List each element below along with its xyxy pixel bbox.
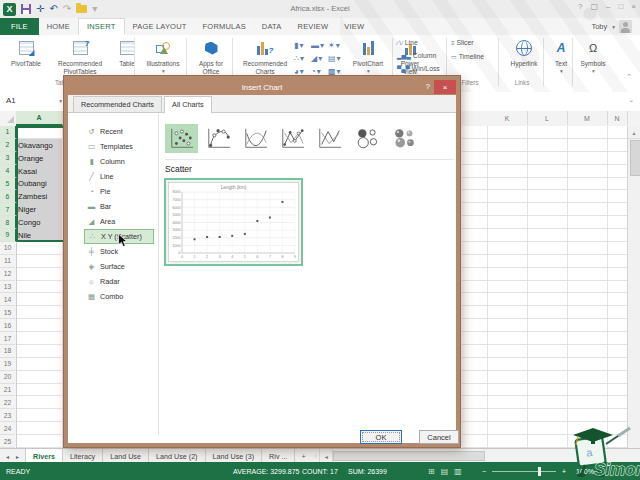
subtype-scatter-straight[interactable] [313,124,346,153]
sheet-tab-land-use-3-[interactable]: Land Use (3) [206,449,263,463]
row-header-19[interactable]: 19 [0,358,15,371]
dialog-nav-column[interactable]: ▮Column [84,154,154,169]
sheet-next-icon[interactable]: ▸ [16,453,19,460]
cancel-button[interactable]: Cancel [419,430,459,444]
zoom-slider[interactable] [492,471,556,472]
subtype-scatter-smooth[interactable] [239,124,272,153]
row-header-23[interactable]: 23 [0,409,15,422]
row-header-9[interactable]: 9 [0,229,17,242]
dialog-nav-line[interactable]: ╱Line [84,169,154,184]
sheet-tab-riv-[interactable]: Riv ... [262,449,295,463]
row-header-15[interactable]: 15 [0,306,15,319]
sheet-tab-literacy[interactable]: Literacy [63,449,103,463]
ribbon-tab-review[interactable]: REVIEW [290,18,337,35]
pivottable-button[interactable]: PivotTable [2,37,50,69]
row-header-3[interactable]: 3 [0,152,17,165]
avatar[interactable] [619,20,632,33]
recommended-pivottables-button[interactable]: ? Recommended PivotTables [50,37,110,76]
row-header-22[interactable]: 22 [0,396,15,409]
vertical-scrollbar[interactable]: ▴ [627,126,640,448]
dialog-nav-radar[interactable]: ☼Radar [84,274,154,289]
dialog-close-icon[interactable]: × [434,80,456,94]
stock-chart-button[interactable]: ▤▾ [328,52,344,65]
column-chart-button[interactable]: ▮▾ [294,39,310,52]
row-header-8[interactable]: 8 [0,216,17,229]
row-header-1[interactable]: 1 [0,126,17,139]
sheet-tab-rivers[interactable]: Rivers [25,449,63,463]
subtype-bubble[interactable] [350,124,383,153]
symbols-button[interactable]: Ω Symbols▾ [575,37,611,75]
row-header-20[interactable]: 20 [0,371,15,384]
subtype-scatter-straight-markers[interactable] [276,124,309,153]
page-layout-view-icon[interactable]: ▤ [441,467,449,476]
dialog-nav-combo[interactable]: ▦Combo [84,289,154,304]
sheet-tab-land-use[interactable]: Land Use [103,449,149,463]
hscroll-left-icon[interactable]: ◂ [319,449,333,463]
dialog-nav-surface[interactable]: ◈Surface [84,259,154,274]
row-header-10[interactable]: 10 [0,242,15,255]
formula-bar-expand-icon[interactable]: ⌄ [628,96,634,104]
dialog-nav-templates[interactable]: ▭Templates [84,139,154,154]
row-header-17[interactable]: 17 [0,332,15,345]
select-all-corner[interactable] [0,111,17,125]
row-header-4[interactable]: 4 [0,165,17,178]
help-icon[interactable]: ? [578,2,582,11]
row-header-13[interactable]: 13 [0,281,15,294]
sparkline-winloss-button[interactable]: ▀▄▀ Win/Loss [397,63,440,74]
collapse-ribbon-icon[interactable]: ⌃ [626,73,632,81]
ribbon-tab-page-layout[interactable]: PAGE LAYOUT [125,18,195,35]
subtype-scatter[interactable] [165,124,198,153]
row-header-24[interactable]: 24 [0,422,15,435]
column-header-m[interactable]: M [567,111,608,125]
minimize-icon[interactable]: – [606,2,610,11]
ribbon-tab-file[interactable]: FILE [0,18,39,35]
tab-scroll-split[interactable]: ⁞ [312,449,320,463]
row-header-6[interactable]: 6 [0,190,17,203]
ok-button[interactable]: OK [360,430,402,444]
sheet-tab-land-use-2-[interactable]: Land Use (2) [149,449,206,463]
pivotchart-button[interactable]: PivotChart▾ [344,37,392,75]
close-icon[interactable]: × [631,2,636,11]
fullscreen-icon[interactable]: ▢ [590,2,598,11]
account-area[interactable]: Toby ▾ [591,20,632,33]
column-header-k[interactable]: K [487,111,528,125]
row-header-21[interactable]: 21 [0,384,15,397]
scatter-chart-button[interactable]: ∴▾ [294,52,310,65]
normal-view-icon[interactable]: ⊞ [428,467,435,476]
row-header-7[interactable]: 7 [0,203,17,216]
slicer-button[interactable]: ≡ Slicer [451,37,474,48]
vertical-scroll-thumb[interactable] [630,140,640,176]
sparkline-line-button[interactable]: ∕∖∕ Line [397,37,418,48]
hyperlink-button[interactable]: Hyperlink [503,37,545,69]
sheet-prev-icon[interactable]: ◂ [6,453,9,460]
dialog-tab-all-charts[interactable]: All Charts [164,96,212,113]
recommended-charts-button[interactable]: ? Recommended Charts [236,37,294,76]
sparkline-column-button[interactable]: ▂▅▃ Column [397,50,436,61]
row-header-14[interactable]: 14 [0,293,15,306]
text-button[interactable]: A Text▾ [547,37,575,75]
dialog-tab-recommended-charts[interactable]: Recommended Charts [73,96,162,112]
area-chart-button[interactable]: ◢▾ [311,52,327,65]
page-break-view-icon[interactable]: ▥ [454,467,462,476]
ribbon-tab-data[interactable]: DATA [254,18,290,35]
row-header-5[interactable]: 5 [0,178,17,191]
subtype-bubble-3d[interactable] [387,124,420,153]
zoom-out-icon[interactable]: − [482,462,486,480]
radar-chart-button[interactable]: ✶▾ [328,39,344,52]
illustrations-button[interactable]: Illustrations▾ [138,37,188,75]
ribbon-tab-home[interactable]: HOME [39,18,78,35]
ribbon-tab-formulas[interactable]: FORMULAS [195,18,254,35]
row-header-18[interactable]: 18 [0,345,15,358]
chart-preview[interactable]: Length (km)01000200030004000500060007000… [164,178,303,266]
row-header-11[interactable]: 11 [0,255,15,268]
horizontal-scroll-thumb[interactable] [333,451,485,461]
dialog-nav-area[interactable]: ◢Area [84,214,154,229]
dialog-nav-bar[interactable]: ▬Bar [84,199,154,214]
dialog-title[interactable]: Insert Chart [68,80,456,95]
column-header-a[interactable]: A [16,111,63,126]
row-header-16[interactable]: 16 [0,319,15,332]
timeline-button[interactable]: ▭ Timeline [451,51,484,62]
bar-chart-button[interactable]: ▬▾ [311,39,327,52]
row-header-25[interactable]: 25 [0,435,15,448]
dialog-help-icon[interactable]: ? [426,82,430,91]
